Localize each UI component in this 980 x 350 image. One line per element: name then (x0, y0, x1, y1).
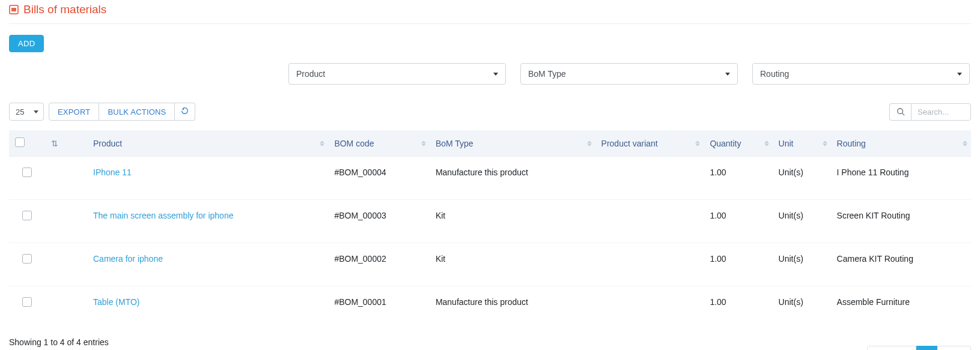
search-icon (896, 107, 905, 116)
sort-icon (823, 140, 827, 146)
toolbar-button-group: EXPORT BULK ACTIONS (49, 103, 195, 121)
th-row-actions: ⇅ (45, 130, 87, 157)
cell-variant (595, 286, 704, 330)
chevron-down-icon (957, 73, 962, 76)
table-row: Camera for iphone #BOM_00002 Kit 1.00 Un… (9, 243, 971, 286)
add-button[interactable]: ADD (9, 35, 44, 52)
sort-icon (587, 140, 592, 146)
select-all-checkbox[interactable] (15, 137, 25, 147)
product-link[interactable]: The main screen assembly for iphone (93, 211, 233, 220)
page-size-value: 25 (16, 107, 24, 116)
filter-product[interactable]: Product (288, 63, 506, 85)
pager: Previous 1 Next (867, 346, 971, 350)
table-row: Table (MTO) #BOM_00001 Manufacture this … (9, 286, 971, 330)
cell-bom-code: #BOM_00003 (328, 200, 430, 243)
th-routing[interactable]: Routing (831, 130, 971, 157)
table-row: IPhone 11 #BOM_00004 Manufacture this pr… (9, 157, 971, 200)
refresh-button[interactable] (175, 103, 195, 121)
cell-qty: 1.00 (704, 243, 772, 286)
cell-qty: 1.00 (704, 157, 772, 200)
bom-page-icon (9, 5, 19, 14)
row-checkbox[interactable] (22, 297, 32, 307)
cell-bom-code: #BOM_00001 (328, 286, 430, 330)
page-title: Bills of materials (23, 3, 106, 16)
filter-bom-type[interactable]: BoM Type (520, 63, 738, 85)
pager-prev[interactable]: Previous (867, 346, 916, 350)
cell-bom-code: #BOM_00002 (328, 243, 430, 286)
cell-variant (595, 243, 704, 286)
cell-routing: Camera KIT Routing (831, 243, 971, 286)
cell-bom-type: Kit (430, 200, 595, 243)
table-row: The main screen assembly for iphone #BOM… (9, 200, 971, 243)
row-checkbox[interactable] (22, 211, 32, 220)
filter-routing[interactable]: Routing (752, 63, 970, 85)
cell-bom-type: Manufacture this product (430, 157, 595, 200)
cell-variant (595, 200, 704, 243)
sort-icon (695, 140, 700, 146)
refresh-icon (181, 107, 189, 115)
th-variant[interactable]: Product variant (595, 130, 704, 157)
sort-icon (963, 140, 967, 146)
cell-unit: Unit(s) (773, 157, 831, 200)
pager-next[interactable]: Next (937, 346, 971, 350)
th-bom-code[interactable]: BOM code (328, 130, 430, 157)
th-select-all (9, 130, 45, 157)
table-info: Showing 1 to 4 of 4 entries (9, 337, 971, 347)
cell-qty: 1.00 (704, 286, 772, 330)
table-toolbar: 25 EXPORT BULK ACTIONS (9, 103, 971, 121)
chevron-down-icon (493, 73, 498, 76)
export-button[interactable]: EXPORT (49, 103, 99, 121)
bom-table: ⇅ Product BOM code BoM Type Product vari… (9, 130, 971, 329)
cell-unit: Unit(s) (773, 200, 831, 243)
sort-icon: ⇅ (51, 139, 58, 148)
filter-product-label: Product (296, 69, 325, 79)
bulk-actions-button[interactable]: BULK ACTIONS (99, 103, 175, 121)
cell-routing: Assemble Furniture (831, 286, 971, 330)
product-link[interactable]: Camera for iphone (93, 254, 163, 264)
search-button[interactable] (889, 103, 911, 121)
sort-icon (320, 140, 324, 146)
svg-point-2 (897, 109, 902, 114)
cell-bom-code: #BOM_00004 (328, 157, 430, 200)
chevron-down-icon (34, 110, 38, 113)
sort-icon (421, 140, 426, 146)
cell-variant (595, 157, 704, 200)
cell-unit: Unit(s) (773, 286, 831, 330)
page-size-select[interactable]: 25 (9, 103, 44, 121)
chevron-down-icon (725, 73, 730, 76)
row-checkbox[interactable] (22, 254, 32, 264)
svg-rect-1 (11, 8, 16, 11)
th-unit[interactable]: Unit (773, 130, 831, 157)
filter-bom-type-label: BoM Type (528, 69, 566, 79)
th-product[interactable]: Product (87, 130, 328, 157)
filter-row: Product BoM Type Routing (9, 63, 971, 85)
product-link[interactable]: IPhone 11 (93, 167, 132, 177)
th-qty[interactable]: Quantity (704, 130, 772, 157)
cell-bom-type: Kit (430, 243, 595, 286)
search-input[interactable] (911, 103, 971, 121)
page-header: Bills of materials (9, 3, 971, 24)
svg-line-3 (902, 113, 904, 116)
cell-unit: Unit(s) (773, 243, 831, 286)
cell-bom-type: Manufacture this product (430, 286, 595, 330)
th-bom-type[interactable]: BoM Type (430, 130, 595, 157)
cell-qty: 1.00 (704, 200, 772, 243)
product-link[interactable]: Table (MTO) (93, 297, 140, 307)
cell-routing: Screen KIT Routing (831, 200, 971, 243)
cell-routing: I Phone 11 Routing (831, 157, 971, 200)
pager-page-1[interactable]: 1 (916, 346, 937, 350)
row-checkbox[interactable] (22, 167, 32, 177)
filter-routing-label: Routing (760, 69, 789, 79)
search-group (889, 103, 971, 121)
sort-icon (764, 140, 769, 146)
